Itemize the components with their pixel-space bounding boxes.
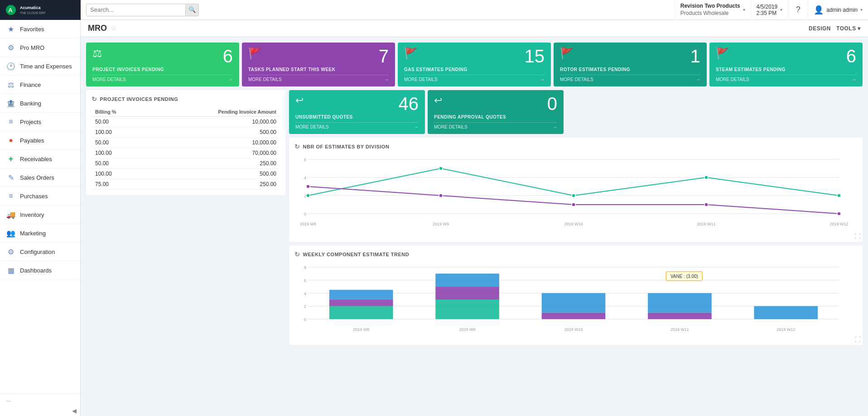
svg-text:2019 W12: 2019 W12 [776,327,795,332]
kpi-label: GAS ESTIMATES PENDING [404,67,545,72]
tools-button[interactable]: TOOLS ▾ [836,25,861,32]
circle-icon: ● [6,136,15,145]
kpi-number: 15 [525,47,545,65]
kpi-footer: MORE DETAILS → [560,75,700,82]
kpi-unsubmitted-quotes[interactable]: ↩ 46 UNSUBMITTED QUOTES MORE DETAILS → [289,90,425,134]
bar-chart-title: ↻ WEEKLY COMPONENT ESTIMATE TREND [294,251,857,258]
company-selector[interactable]: Revision Two Products Products Wholesale… [675,0,751,20]
sidebar-item-projects[interactable]: ≡ Projects [0,113,80,131]
chart-expand-icon2[interactable]: ⛶ [854,336,861,343]
svg-text:6: 6 [304,158,306,162]
kpi-number: 6 [846,47,856,65]
svg-text:THE CLOUD ERP: THE CLOUD ERP [20,11,46,14]
svg-point-24 [572,203,575,206]
table-cell: 100.00 [92,127,149,138]
menu-icon: ≡ [6,191,15,201]
sidebar-item-dashboards[interactable]: ▦ Dashboards [0,261,80,280]
sidebar-item-time-expenses[interactable]: 🕐 Time and Expenses [0,57,80,76]
svg-point-26 [837,212,841,215]
svg-point-22 [306,185,310,188]
arrow-right-icon: → [414,124,419,129]
star-icon: ★ [6,24,15,33]
kpi-number: 46 [399,95,419,113]
sidebar-item-label: Payables [20,137,44,144]
table-cell: 500.00 [149,169,280,179]
sidebar-item-favorites[interactable]: ★ Favorites [0,20,80,38]
right-panel: ↩ 46 UNSUBMITTED QUOTES MORE DETAILS → [289,90,863,349]
design-button[interactable]: DESIGN [809,25,831,32]
svg-point-20 [704,176,708,179]
page-header-right: DESIGN TOOLS ▾ [809,25,861,32]
sidebar-item-receivables[interactable]: + Receivables [0,150,80,168]
kpi-row-2: ↩ 46 UNSUBMITTED QUOTES MORE DETAILS → [289,90,863,134]
favorite-star-icon[interactable]: ☆ [111,24,117,33]
svg-point-19 [572,194,575,197]
sidebar-item-label: Purchases [20,193,48,200]
sidebar-item-label: Sales Orders [20,174,54,181]
kpi-footer: MORE DETAILS → [404,75,545,82]
date-selector[interactable]: 4/5/2019 2:35 PM ▾ [751,0,788,20]
chart-expand-icon[interactable]: ⛶ [854,233,861,240]
sidebar-item-label: Dashboards [20,267,52,274]
invoices-table: Billing % Pending Invoice Amount 50.0010… [92,107,280,190]
date-value: 4/5/2019 [757,4,778,10]
svg-text:6: 6 [304,278,306,283]
sidebar-item-label: Time and Expenses [20,63,72,70]
flag-kpi-icon2: 🚩 [404,47,418,60]
kpi-rotor-estimates[interactable]: 🚩 1 ROTOR ESTIMATES PENDING MORE DETAILS… [554,43,707,86]
sidebar-item-pro-mro[interactable]: ⚙ Pro MRO [0,38,80,57]
user-avatar-icon: 👤 [814,5,824,15]
arrow-right-icon: → [384,77,389,82]
kpi-pending-approval[interactable]: ↩ 0 PENDING APPROVAL QUOTES MORE DETAILS… [428,90,564,134]
help-button[interactable]: ? [788,0,808,20]
search-button[interactable]: 🔍 [185,4,199,16]
kpi-tasks-planned[interactable]: 🚩 7 TASKS PLANNED START THIS WEEK MORE D… [242,43,395,86]
bar-chart-svg: 024682019 W82019 W92019 W102019 W112019 … [294,263,848,333]
sidebar-item-configuration[interactable]: ⚙ Configuration [0,243,80,261]
kpi-steam-estimates[interactable]: 🚩 6 STEAM ESTIMATES PENDING MORE DETAILS… [709,43,863,86]
flag-kpi-icon4: 🚩 [716,47,729,60]
svg-text:0: 0 [304,212,306,216]
refresh-icon[interactable]: ↻ [92,96,97,103]
svg-rect-40 [329,290,393,300]
search-input[interactable] [86,4,186,16]
kpi-number: 1 [690,47,700,65]
table-cell: 75.00 [92,179,149,190]
kpi-number: 6 [223,47,233,65]
refresh-icon[interactable]: ↻ [294,251,300,258]
table-cell: 50.00 [92,158,149,169]
help-icon: ? [796,5,800,14]
arrow-right-icon: → [696,77,700,82]
sidebar-item-purchases[interactable]: ≡ Purchases [0,187,80,206]
svg-point-21 [837,194,841,197]
kpi-footer: MORE DETAILS → [92,75,233,82]
sidebar-item-finance[interactable]: ⚖ Finance [0,76,80,94]
content-area: MRO ☆ DESIGN TOOLS ▾ ⚖ 6 PROJECT INVOICE… [81,20,868,416]
refresh-icon[interactable]: ↻ [294,143,300,150]
scale-icon: ⚖ [6,80,15,89]
kpi-footer: MORE DETAILS → [716,75,856,82]
svg-point-23 [439,194,443,197]
svg-rect-38 [329,306,393,319]
sidebar-collapse-button[interactable]: ◀ [0,406,80,416]
flag-kpi-icon3: 🚩 [560,47,574,60]
svg-rect-43 [435,287,499,300]
kpi-footer: MORE DETAILS → [248,75,389,82]
svg-text:2019 W9: 2019 W9 [433,222,449,226]
sidebar-item-marketing[interactable]: 👥 Marketing [0,224,80,243]
table-cell: 70,000.00 [149,148,280,158]
sidebar-item-label: Pro MRO [20,44,44,51]
sidebar-item-label: Configuration [20,249,55,255]
col-billing: Billing % [92,107,149,117]
sidebar-item-banking[interactable]: 🏦 Banking [0,94,80,113]
kpi-project-invoices[interactable]: ⚖ 6 PROJECT INVOICES PENDING MORE DETAIL… [86,43,239,86]
kpi-gas-estimates[interactable]: 🚩 15 GAS ESTIMATES PENDING MORE DETAILS … [398,43,551,86]
svg-rect-39 [329,300,393,306]
sidebar-item-sales-orders[interactable]: ✎ Sales Orders [0,168,80,187]
user-menu[interactable]: 👤 admin admin ▾ [808,0,868,20]
flag-kpi-icon: 🚩 [248,47,262,60]
sidebar-more[interactable]: ... [0,393,80,406]
sidebar-item-inventory[interactable]: 🚚 Inventory [0,206,80,224]
sidebar-item-payables[interactable]: ● Payables [0,131,80,150]
svg-text:A: A [8,7,13,14]
